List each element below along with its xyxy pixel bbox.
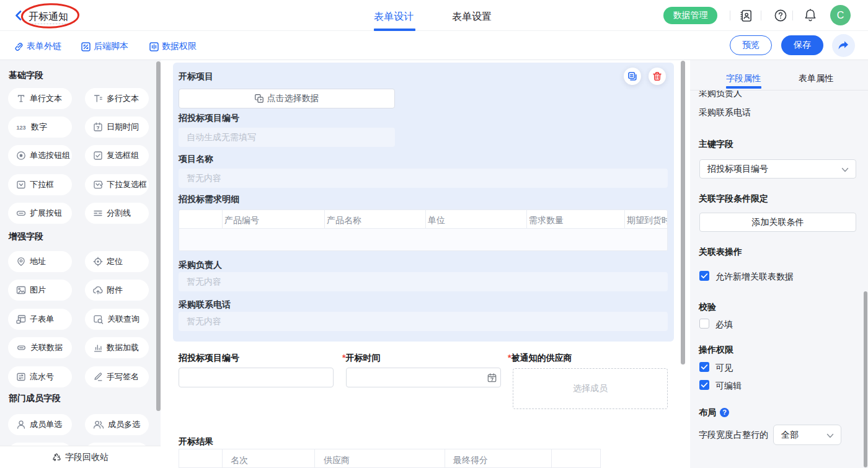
svg-text:123: 123 — [17, 124, 26, 130]
